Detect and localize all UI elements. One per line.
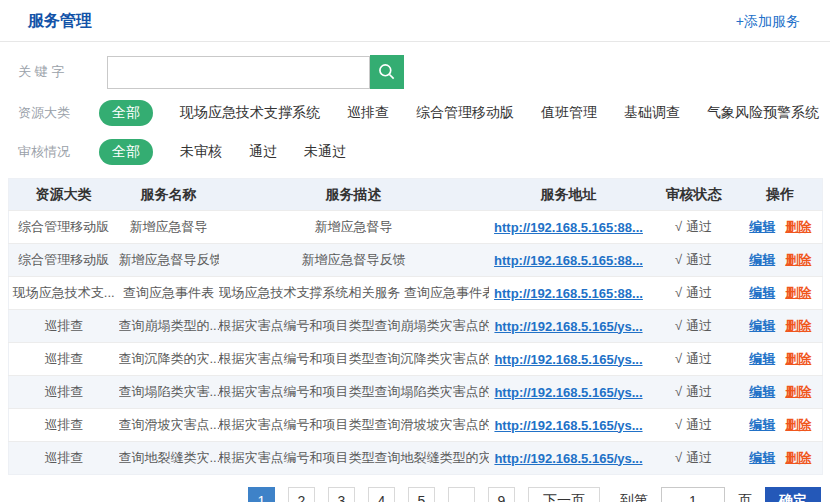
cell-service-name: 新增应急督导反馈	[119, 244, 219, 277]
keyword-search-row: 关 键 字	[18, 55, 830, 89]
confirm-button[interactable]: 确定	[765, 487, 821, 502]
status-text: 通过	[686, 450, 712, 465]
status-text: 通过	[686, 417, 712, 432]
check-icon: √	[675, 450, 682, 465]
filter-option-mobile-management[interactable]: 综合管理移动版	[416, 104, 514, 122]
cell-service-name: 新增应急督导	[119, 211, 219, 244]
service-management-page: 服务管理 +添加服务 关 键 字 资源大类 全部 现场应急技术支撑系统 巡排查 …	[0, 0, 830, 502]
cell-service-name: 查询应急事件表	[119, 277, 219, 310]
audit-status-label: 审核情况	[18, 143, 99, 161]
table-row: 巡排查 查询塌陷类灾害... 根据灾害点编号和项目类型查询塌陷类灾害点的详...…	[9, 376, 823, 409]
keyword-label: 关 键 字	[18, 63, 107, 81]
filter-option-all[interactable]: 全部	[99, 100, 153, 126]
edit-button[interactable]: 编辑	[749, 219, 775, 234]
delete-button[interactable]: 删除	[785, 285, 811, 300]
cell-service-desc: 现场应急技术支撑系统相关服务 查询应急事件表	[219, 277, 489, 310]
filter-row-resource-category: 资源大类 全部 现场应急技术支撑系统 巡排查 综合管理移动版 值班管理 基础调查…	[18, 99, 830, 126]
service-url-link[interactable]: http://192.168.5.165:88...	[494, 220, 643, 235]
table-row: 综合管理移动版 新增应急督导 新增应急督导 http://192.168.5.1…	[9, 211, 823, 244]
add-service-button[interactable]: +添加服务	[736, 13, 800, 31]
cell-category: 巡排查	[9, 442, 119, 475]
edit-button[interactable]: 编辑	[749, 252, 775, 267]
service-url-link[interactable]: http://192.168.5.165:88...	[494, 286, 643, 301]
column-header-category: 资源大类	[9, 179, 119, 211]
page-button-4[interactable]: 4	[368, 487, 395, 502]
service-url-link[interactable]: http://192.168.5.165:88...	[494, 253, 643, 268]
filter-option-duty-management[interactable]: 值班管理	[541, 104, 597, 122]
cell-category: 综合管理移动版	[9, 211, 119, 244]
service-url-link[interactable]: http://192.168.5.165/ys...	[494, 385, 642, 400]
column-header-service-name: 服务名称	[119, 179, 219, 211]
keyword-input[interactable]	[107, 56, 370, 89]
page-button-9[interactable]: 9	[488, 487, 515, 502]
next-page-button[interactable]: 下一页	[528, 487, 600, 502]
page-button-3[interactable]: 3	[328, 487, 355, 502]
page-header: 服务管理 +添加服务	[0, 0, 830, 42]
delete-button[interactable]: 删除	[785, 252, 811, 267]
goto-page-prefix: 到第	[620, 492, 648, 502]
cell-service-desc: 根据灾害点编号和项目类型查询沉降类灾害点的详...	[219, 343, 489, 376]
delete-button[interactable]: 删除	[785, 219, 811, 234]
filter-option-patrol-inspection[interactable]: 巡排查	[347, 104, 389, 122]
resource-category-options: 全部 现场应急技术支撑系统 巡排查 综合管理移动版 值班管理 基础调查 气象风险…	[99, 100, 819, 126]
goto-page-input[interactable]	[661, 487, 725, 502]
delete-button[interactable]: 删除	[785, 318, 811, 333]
services-table: 资源大类 服务名称 服务描述 服务地址 审核状态 操作 综合管理移动版 新增应急…	[8, 178, 823, 475]
resource-category-label: 资源大类	[18, 104, 99, 122]
service-url-link[interactable]: http://192.168.5.165/ys...	[494, 319, 642, 334]
delete-button[interactable]: 删除	[785, 351, 811, 366]
table-header-row: 资源大类 服务名称 服务描述 服务地址 审核状态 操作	[9, 179, 823, 211]
audit-status-options: 全部 未审核 通过 未通过	[99, 139, 346, 165]
status-text: 通过	[686, 285, 712, 300]
filter-row-audit-status: 审核情况 全部 未审核 通过 未通过	[18, 138, 830, 165]
page-button-ellipsis[interactable]: ...	[448, 487, 475, 502]
table-row: 巡排查 查询崩塌类型的... 根据灾害点编号和项目类型查询崩塌类灾害点的详...…	[9, 310, 823, 343]
check-icon: √	[675, 417, 682, 432]
page-button-1[interactable]: 1	[248, 487, 275, 502]
column-header-service-desc: 服务描述	[219, 179, 489, 211]
cell-service-desc: 新增应急督导反馈	[219, 244, 489, 277]
edit-button[interactable]: 编辑	[749, 417, 775, 432]
pagination: 1 2 3 4 5 ... 9 下一页 到第 页 确定	[248, 487, 830, 502]
edit-button[interactable]: 编辑	[749, 285, 775, 300]
filter-option-not-audited[interactable]: 未审核	[180, 143, 222, 161]
check-icon: √	[675, 384, 682, 399]
page-button-5[interactable]: 5	[408, 487, 435, 502]
check-icon: √	[675, 351, 682, 366]
filter-option-weather-risk-warning[interactable]: 气象风险预警系统	[707, 104, 819, 122]
table-row: 巡排查 查询滑坡灾害点... 根据灾害点编号和项目类型查询滑坡坡灾害点的详...…	[9, 409, 823, 442]
cell-category: 综合管理移动版	[9, 244, 119, 277]
service-url-link[interactable]: http://192.168.5.165/ys...	[494, 418, 642, 433]
cell-service-name: 查询滑坡灾害点...	[119, 409, 219, 442]
cell-service-desc: 根据灾害点编号和项目类型查询滑坡坡灾害点的详...	[219, 409, 489, 442]
search-button[interactable]	[370, 55, 404, 89]
filter-option-onsite-emergency-system[interactable]: 现场应急技术支撑系统	[180, 104, 320, 122]
delete-button[interactable]: 删除	[785, 384, 811, 399]
status-text: 通过	[686, 252, 712, 267]
filter-option-passed[interactable]: 通过	[249, 143, 277, 161]
filter-option-audit-all[interactable]: 全部	[99, 139, 153, 165]
page-button-2[interactable]: 2	[288, 487, 315, 502]
column-header-service-url: 服务地址	[489, 179, 649, 211]
cell-category: 巡排查	[9, 376, 119, 409]
check-icon: √	[675, 252, 682, 267]
service-url-link[interactable]: http://192.168.5.165/ys...	[494, 352, 642, 367]
delete-button[interactable]: 删除	[785, 417, 811, 432]
cell-service-desc: 根据灾害点编号和项目类型查询地裂缝类型的灾害...	[219, 442, 489, 475]
edit-button[interactable]: 编辑	[749, 318, 775, 333]
table-row: 巡排查 查询地裂缝类灾... 根据灾害点编号和项目类型查询地裂缝类型的灾害...…	[9, 442, 823, 475]
edit-button[interactable]: 编辑	[749, 450, 775, 465]
cell-category: 巡排查	[9, 343, 119, 376]
service-url-link[interactable]: http://192.168.5.165/ys...	[494, 451, 642, 466]
status-text: 通过	[686, 219, 712, 234]
filter-option-basic-survey[interactable]: 基础调查	[624, 104, 680, 122]
cell-category: 现场应急技术支...	[9, 277, 119, 310]
cell-service-desc: 根据灾害点编号和项目类型查询塌陷类灾害点的详...	[219, 376, 489, 409]
table-row: 现场应急技术支... 查询应急事件表 现场应急技术支撑系统相关服务 查询应急事件…	[9, 277, 823, 310]
filter-option-not-passed[interactable]: 未通过	[304, 143, 346, 161]
delete-button[interactable]: 删除	[785, 450, 811, 465]
check-icon: √	[675, 318, 682, 333]
edit-button[interactable]: 编辑	[749, 384, 775, 399]
edit-button[interactable]: 编辑	[749, 351, 775, 366]
search-icon	[377, 62, 397, 82]
